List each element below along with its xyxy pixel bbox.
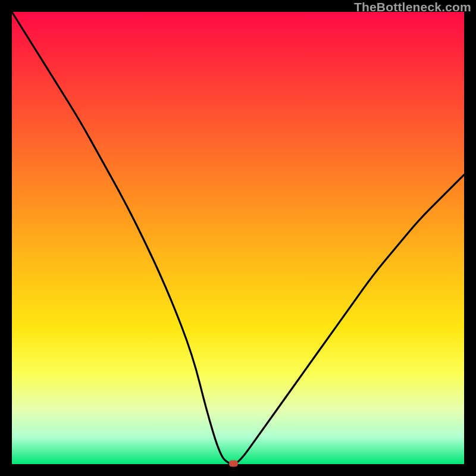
watermark-text: TheBottleneck.com (354, 0, 471, 14)
bottleneck-curve-path (12, 12, 464, 464)
optimal-point-marker (229, 461, 237, 466)
chart-outer-frame: TheBottleneck.com (0, 0, 476, 476)
chart-svg (12, 12, 464, 464)
